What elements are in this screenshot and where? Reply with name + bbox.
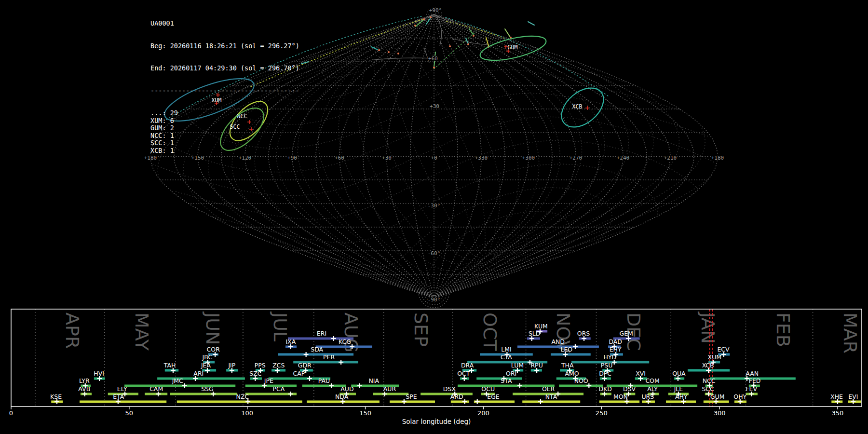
shower-label-gem: GEM	[620, 330, 633, 337]
peak-marker-jip	[230, 368, 234, 373]
reference-arc	[446, 17, 609, 96]
shower-count-line: ...: 29	[150, 109, 299, 117]
activity-bar-nta	[522, 401, 580, 403]
meteor-endpoint-dot	[433, 67, 435, 68]
shower-label-dra: DRA	[461, 362, 474, 369]
activity-bar-sda	[278, 353, 353, 356]
observation-info-block: UA0001 Beg: 20260116 18:26:21 (sol = 296…	[150, 5, 299, 132]
meteor-endpoint-dot	[397, 53, 399, 54]
shower-label-mon: MON	[613, 393, 628, 400]
lat-label: +90°	[429, 7, 442, 14]
lon-label: +300	[522, 155, 535, 161]
peak-marker-eta	[116, 399, 121, 404]
peak-marker-sld	[529, 336, 534, 341]
lon-label: +30	[382, 155, 392, 161]
shower-count-line: NCC: 1	[150, 132, 299, 140]
shower-label-cta: CTA	[501, 353, 512, 361]
lon-label: +60	[335, 155, 344, 161]
shower-label-qua: QUA	[672, 370, 686, 377]
shower-label-psu: PSU	[601, 362, 613, 369]
radiant-label-xcb: XCB	[572, 103, 583, 110]
activity-bar-jpe	[245, 385, 297, 387]
shower-label-pps: PPS	[255, 362, 266, 369]
activity-bar-dsx	[420, 393, 473, 395]
x-tick-label: 200	[477, 409, 489, 417]
shower-label-ixa: IXA	[285, 338, 296, 345]
shower-label-ege: EGE	[487, 393, 500, 400]
shower-label-kcg: KCG	[339, 338, 351, 345]
reference-arc	[434, 32, 476, 69]
peak-marker-per	[339, 360, 343, 365]
shower-label-lyr: LYR	[79, 377, 90, 384]
shower-label-pca: PCA	[272, 385, 285, 393]
shower-label-gum: GUM	[710, 393, 725, 400]
peak-marker-pau	[329, 383, 334, 388]
activity-bar-nzc	[177, 401, 302, 403]
shower-label-ncc: NCC	[703, 377, 716, 384]
shower-label-jea: JEA	[201, 362, 211, 369]
lon-label: +180	[711, 155, 724, 161]
shower-label-nda: NDA	[335, 393, 349, 400]
month-label-jun: JUN	[202, 312, 223, 345]
constellation-line	[369, 58, 434, 60]
shower-label-zcs: ZCS	[272, 362, 285, 369]
x-tick-label: 100	[241, 409, 253, 417]
shower-label-ard: ARD	[450, 393, 463, 400]
peak-marker-mon	[624, 399, 629, 404]
month-label-jul: JUL	[270, 312, 291, 341]
peak-marker-szc	[253, 376, 258, 381]
activity-bar-ahy	[666, 401, 696, 403]
shower-label-cam: CAM	[149, 385, 163, 393]
meteor-endpoint-dot	[430, 16, 432, 18]
activity-bar-noo	[559, 385, 603, 387]
lat-label: -90°	[428, 297, 441, 303]
x-tick-label: 250	[596, 409, 608, 417]
x-tick-label: 50	[125, 409, 134, 417]
shower-label-szc: SZC	[249, 370, 261, 377]
lat-label: +60	[428, 55, 438, 62]
peak-marker-aur	[382, 392, 387, 396]
lon-label: +330	[475, 155, 488, 161]
peak-marker-ecv	[721, 352, 726, 357]
meteor-activity-screen: XUMNCCSCCGUMXCB+180+150+120+90+60+30+0+3…	[0, 0, 868, 434]
shower-counts: ...: 29XUM: 6GUM: 2NCC: 1SCC: 1XCB: 1	[150, 109, 299, 117]
activity-bar-ori	[476, 378, 522, 380]
peak-marker-avb	[82, 392, 87, 396]
lon-label: +90	[287, 155, 297, 161]
month-label-feb: FEB	[773, 312, 794, 347]
lon-label: +270	[570, 155, 583, 161]
shower-label-oer: OER	[542, 385, 555, 393]
activity-bar-ari	[157, 378, 245, 380]
peak-marker-sta	[517, 383, 522, 388]
activity-bar-pau	[302, 385, 346, 387]
shower-label-aud: AUD	[340, 385, 353, 393]
shower-label-tah: TAH	[163, 362, 176, 369]
shower-label-jip: JIP	[228, 362, 235, 369]
shower-label-nzc: NZC	[236, 393, 249, 400]
peak-marker-gum	[714, 399, 719, 404]
shower-label-pau: PAU	[318, 377, 330, 384]
station-id: UA0001	[150, 20, 299, 27]
shower-label-ehy: EHY	[610, 346, 622, 353]
shower-label-aan: AAN	[746, 370, 759, 377]
peak-marker-fev	[749, 392, 754, 396]
shower-label-xum: XUM	[708, 353, 722, 361]
shower-label-jbc: JBC	[202, 353, 213, 361]
x-axis-title: Solar longitude (deg)	[402, 418, 471, 425]
end-time: End: 20260117 04:29:30 (sol = 296.70°)	[150, 65, 299, 72]
activity-bar-spe	[390, 401, 435, 403]
lat-label: -60°	[428, 250, 441, 257]
radiant-label-gum: GUM	[508, 44, 518, 51]
peak-marker-dpc	[602, 376, 607, 381]
peak-marker-zcs	[275, 368, 280, 373]
meteor-trail	[528, 22, 534, 25]
peak-marker-sda	[304, 352, 309, 357]
shower-label-lmi: LMI	[501, 346, 511, 353]
shower-label-jpe: JPE	[264, 377, 273, 384]
shower-count-line: XUM: 6	[150, 117, 299, 125]
shower-label-ohy: OHY	[733, 393, 746, 400]
shower-label-noo: NOO	[574, 377, 588, 384]
peak-marker-nzc	[245, 399, 250, 404]
peak-marker-ixa	[288, 344, 293, 349]
peak-marker-ohy	[738, 399, 743, 404]
